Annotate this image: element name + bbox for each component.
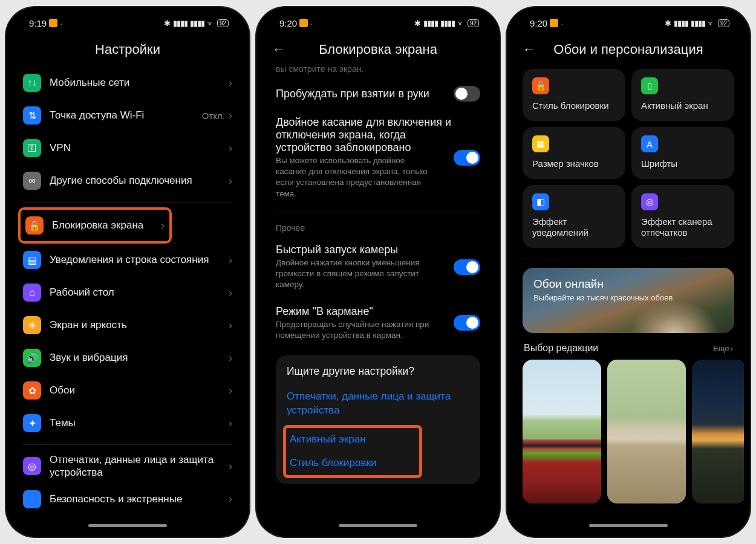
clock: 9:20 — [530, 18, 547, 28]
home-indicator[interactable] — [88, 524, 167, 527]
setting-label: Обои — [50, 384, 229, 397]
setting-row-mobile-networks[interactable]: ↑↓ Мобильные сети › — [23, 66, 232, 99]
status-icons: ✱▮▮▮▮▮▮▮▮ᯤ92 — [665, 19, 729, 28]
section-header: Прочее — [276, 223, 480, 233]
wifi-hotspot-icon: ⇅ — [23, 106, 41, 125]
header: Настройки — [12, 33, 243, 66]
option-title: Пробуждать при взятии в руки — [276, 88, 429, 100]
tile-notification-effect[interactable]: ◧ Эффект уведомлений — [523, 185, 625, 248]
home-indicator[interactable] — [589, 524, 668, 527]
link-always-on-display[interactable]: Активный экран — [290, 428, 415, 452]
option-description: Двойное нажатие кнопки уменьшения громко… — [276, 257, 433, 291]
section-title: Выбор редакции — [524, 343, 598, 354]
header: ← Блокировка экрана — [262, 33, 494, 66]
wallpaper-thumb-3[interactable] — [692, 360, 744, 504]
setting-row-sound-vibration[interactable]: 🔊 Звук и вибрация › — [23, 342, 232, 374]
tile-fingerprint-scanner-effect[interactable]: ◎ Эффект сканера отпечатков — [631, 185, 734, 248]
setting-label: Рабочий стол — [50, 286, 229, 299]
home-indicator[interactable] — [339, 524, 417, 527]
setting-label: VPN — [50, 141, 229, 154]
option-raise-to-wake[interactable]: Пробуждать при взятии в руки — [276, 79, 480, 109]
option-title: Быстрый запуск камеры — [276, 244, 433, 256]
toggle-switch[interactable] — [454, 259, 480, 275]
tile-label: Размер значков — [532, 158, 616, 169]
vpn-icon: ⚿ — [23, 139, 41, 157]
back-button[interactable]: ← — [272, 42, 285, 57]
highlight-annotation: Активный экранСтиль блокировки — [283, 425, 422, 478]
wallpaper-thumb-1[interactable] — [523, 360, 601, 504]
highlight-annotation: 🔒 Блокировка экрана › — [18, 207, 172, 244]
status-icons: ✱▮▮▮▮▮▮▮▮ᯤ92 — [164, 19, 229, 28]
page-title: Блокировка экрана — [262, 42, 494, 57]
setting-row-themes[interactable]: ✦ Темы › — [23, 407, 232, 439]
setting-row-vpn[interactable]: ⚿ VPN › — [23, 132, 232, 164]
toggle-switch[interactable] — [454, 150, 480, 166]
banner-subtitle: Выбирайте из тысяч красочных обоев — [533, 293, 723, 302]
link-biometrics[interactable]: Отпечатки, данные лица и защита устройст… — [287, 385, 469, 423]
tile-label: Стиль блокировки — [532, 100, 616, 111]
toggle-switch[interactable] — [454, 315, 480, 331]
setting-row-other-connections[interactable]: ∞ Другие способы подключения › — [23, 164, 232, 197]
status-bar: 9:19 · ✱▮▮▮▮▮▮▮▮ᯤ92 — [12, 13, 243, 33]
setting-row-wallpaper[interactable]: ✿ Обои › — [23, 374, 232, 407]
icon-size-icon: ▦ — [532, 135, 549, 152]
tile-label: Эффект уведомлений — [532, 216, 616, 238]
truncated-previous-text: вы смотрите на экран. — [276, 66, 480, 74]
tile-label: Активный экран — [641, 100, 725, 111]
setting-row-lock-screen[interactable]: 🔒 Блокировка экрана › — [25, 211, 165, 240]
toggle-switch[interactable] — [454, 86, 480, 102]
chevron-right-icon: › — [229, 460, 232, 473]
phone-1-settings: 9:19 · ✱▮▮▮▮▮▮▮▮ᯤ92 Настройки ↑↓ Мобильн… — [6, 7, 249, 537]
setting-row-home-screen[interactable]: ⌂ Рабочий стол › — [23, 276, 232, 309]
phone-2-lockscreen-settings: 9:20 · ✱▮▮▮▮▮▮▮▮ᯤ92 ← Блокировка экрана … — [256, 7, 500, 537]
setting-row-wifi-hotspot[interactable]: ⇅ Точка доступа Wi-Fi Откл. › — [23, 99, 232, 132]
setting-label: Безопасность и экстренные — [50, 493, 229, 505]
phone-3-wallpaper-personalization: 9:20 · ✱▮▮▮▮▮▮▮▮ᯤ92 ← Обои и персонализа… — [507, 7, 750, 537]
wallpaper-thumb-2[interactable] — [607, 360, 686, 504]
setting-row-safety-emergency[interactable]: Безопасность и экстренные › — [23, 483, 232, 516]
chevron-right-icon: › — [161, 219, 165, 232]
notifications-statusbar-icon: ▤ — [23, 251, 41, 269]
tile-icon-size[interactable]: ▦ Размер значков — [523, 127, 625, 179]
lock-style-icon: 🔒 — [532, 77, 549, 94]
option-description: Предотвращать случайные нажатия при поме… — [276, 319, 433, 341]
setting-row-biometrics-security[interactable]: ◎ Отпечатки, данные лица и защита устрой… — [23, 450, 232, 483]
divider — [523, 259, 734, 259]
divider — [23, 202, 232, 202]
safety-emergency-icon — [23, 490, 41, 508]
divider — [276, 212, 480, 212]
fonts-icon: A — [641, 135, 658, 152]
tile-fonts[interactable]: A Шрифты — [631, 127, 734, 179]
notification-effect-icon: ◧ — [532, 193, 549, 210]
status-icons: ✱▮▮▮▮▮▮▮▮ᯤ92 — [414, 19, 479, 28]
setting-row-display-brightness[interactable]: ☀ Экран и яркость › — [23, 309, 232, 342]
mobile-networks-icon: ↑↓ — [23, 74, 41, 92]
chevron-right-icon: › — [229, 175, 232, 187]
more-button[interactable]: Еще › — [713, 344, 733, 353]
link-lock-style[interactable]: Стиль блокировки — [290, 452, 415, 475]
chevron-right-icon: › — [229, 384, 232, 397]
tile-lock-style[interactable]: 🔒 Стиль блокировки — [523, 69, 625, 121]
setting-label: Точка доступа Wi-Fi — [50, 109, 202, 121]
option-pocket-mode[interactable]: Режим "В кармане" Предотвращать случайны… — [276, 298, 480, 348]
lock-screen-icon: 🔒 — [25, 216, 44, 235]
wallpaper-icon: ✿ — [23, 381, 41, 400]
biometrics-security-icon: ◎ — [23, 457, 41, 475]
always-on-display-icon: ▯ — [641, 77, 658, 94]
divider — [23, 444, 232, 445]
tile-label: Шрифты — [641, 158, 725, 169]
option-double-tap-screen[interactable]: Двойное касание для включения и отключен… — [276, 109, 480, 207]
fingerprint-scanner-effect-icon: ◎ — [641, 193, 658, 210]
chevron-right-icon: › — [229, 352, 232, 364]
status-app-icon — [49, 19, 57, 27]
setting-row-notifications-statusbar[interactable]: ▤ Уведомления и строка состояния › — [23, 244, 232, 276]
status-app-icon — [550, 19, 558, 27]
back-button[interactable]: ← — [523, 42, 536, 57]
option-title: Режим "В кармане" — [276, 305, 433, 318]
setting-label: Другие способы подключения — [50, 174, 229, 187]
tile-always-on-display[interactable]: ▯ Активный экран — [631, 69, 734, 121]
themes-icon: ✦ — [23, 414, 41, 432]
status-bar: 9:20 · ✱▮▮▮▮▮▮▮▮ᯤ92 — [513, 13, 744, 33]
option-quick-camera[interactable]: Быстрый запуск камеры Двойное нажатие кн… — [276, 236, 480, 298]
wallpaper-online-banner[interactable]: Обои онлайн Выбирайте из тысяч красочных… — [523, 268, 734, 333]
